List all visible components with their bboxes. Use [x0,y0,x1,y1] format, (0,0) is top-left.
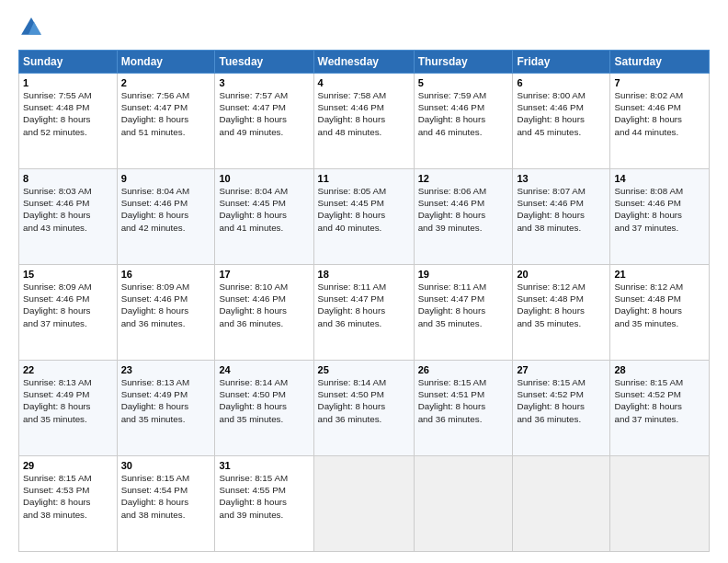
day-number: 29 [23,460,113,471]
day-number: 15 [23,269,113,280]
day-info: Sunrise: 8:08 AM Sunset: 4:46 PM Dayligh… [614,185,705,234]
day-info: Sunrise: 8:15 AM Sunset: 4:53 PM Dayligh… [23,472,113,521]
calendar-cell: 1Sunrise: 7:55 AM Sunset: 4:48 PM Daylig… [19,74,118,169]
calendar-header-tuesday: Tuesday [215,51,313,74]
day-number: 12 [418,173,509,184]
calendar-cell: 8Sunrise: 8:03 AM Sunset: 4:46 PM Daylig… [19,169,118,265]
day-number: 23 [121,364,211,375]
calendar-header-monday: Monday [117,51,215,74]
day-number: 11 [318,173,410,184]
day-info: Sunrise: 8:15 AM Sunset: 4:55 PM Dayligh… [219,472,309,521]
calendar-cell: 29Sunrise: 8:15 AM Sunset: 4:53 PM Dayli… [19,456,118,552]
day-info: Sunrise: 8:03 AM Sunset: 4:46 PM Dayligh… [23,185,113,234]
day-info: Sunrise: 8:12 AM Sunset: 4:48 PM Dayligh… [517,281,606,329]
day-info: Sunrise: 7:56 AM Sunset: 4:47 PM Dayligh… [121,89,211,138]
calendar-week-5: 29Sunrise: 8:15 AM Sunset: 4:53 PM Dayli… [19,456,710,552]
day-info: Sunrise: 8:04 AM Sunset: 4:45 PM Dayligh… [219,185,309,234]
day-info: Sunrise: 8:13 AM Sunset: 4:49 PM Dayligh… [121,376,211,425]
day-number: 18 [318,269,410,280]
calendar-cell: 11Sunrise: 8:05 AM Sunset: 4:45 PM Dayli… [313,169,414,265]
calendar-cell: 23Sunrise: 8:13 AM Sunset: 4:49 PM Dayli… [117,361,215,456]
day-info: Sunrise: 8:09 AM Sunset: 4:46 PM Dayligh… [23,281,113,329]
calendar-cell: 27Sunrise: 8:15 AM Sunset: 4:52 PM Dayli… [513,361,610,456]
calendar-cell: 24Sunrise: 8:14 AM Sunset: 4:50 PM Dayli… [215,361,313,456]
day-info: Sunrise: 8:14 AM Sunset: 4:50 PM Dayligh… [318,376,410,425]
day-info: Sunrise: 7:57 AM Sunset: 4:47 PM Dayligh… [219,89,309,138]
calendar-cell: 6Sunrise: 8:00 AM Sunset: 4:46 PM Daylig… [513,74,610,169]
calendar-cell: 25Sunrise: 8:14 AM Sunset: 4:50 PM Dayli… [313,361,414,456]
day-number: 28 [614,364,705,375]
calendar-cell: 22Sunrise: 8:13 AM Sunset: 4:49 PM Dayli… [19,361,118,456]
day-info: Sunrise: 7:59 AM Sunset: 4:46 PM Dayligh… [418,89,509,138]
calendar-cell: 10Sunrise: 8:04 AM Sunset: 4:45 PM Dayli… [215,169,313,265]
day-info: Sunrise: 8:06 AM Sunset: 4:46 PM Dayligh… [418,185,509,234]
day-info: Sunrise: 8:15 AM Sunset: 4:52 PM Dayligh… [614,376,705,425]
calendar-week-2: 8Sunrise: 8:03 AM Sunset: 4:46 PM Daylig… [19,169,710,265]
calendar-cell: 5Sunrise: 7:59 AM Sunset: 4:46 PM Daylig… [414,74,513,169]
day-info: Sunrise: 8:15 AM Sunset: 4:54 PM Dayligh… [121,472,211,521]
day-number: 10 [219,173,309,184]
calendar-cell: 30Sunrise: 8:15 AM Sunset: 4:54 PM Dayli… [117,456,215,552]
day-number: 2 [121,77,211,88]
day-number: 7 [614,77,705,88]
calendar-cell: 7Sunrise: 8:02 AM Sunset: 4:46 PM Daylig… [610,74,710,169]
calendar-cell: 14Sunrise: 8:08 AM Sunset: 4:46 PM Dayli… [610,169,710,265]
day-number: 9 [121,173,211,184]
calendar-cell [414,456,513,552]
calendar-cell: 28Sunrise: 8:15 AM Sunset: 4:52 PM Dayli… [610,361,710,456]
day-number: 22 [23,364,113,375]
day-info: Sunrise: 8:07 AM Sunset: 4:46 PM Dayligh… [517,185,606,234]
day-info: Sunrise: 8:04 AM Sunset: 4:46 PM Dayligh… [121,185,211,234]
calendar-cell: 2Sunrise: 7:56 AM Sunset: 4:47 PM Daylig… [117,74,215,169]
day-number: 5 [418,77,509,88]
calendar-cell: 15Sunrise: 8:09 AM Sunset: 4:46 PM Dayli… [19,265,118,361]
day-number: 19 [418,269,509,280]
calendar-header-thursday: Thursday [414,51,513,74]
day-info: Sunrise: 8:11 AM Sunset: 4:47 PM Dayligh… [318,281,410,329]
day-info: Sunrise: 8:14 AM Sunset: 4:50 PM Dayligh… [219,376,309,425]
calendar-body: 1Sunrise: 7:55 AM Sunset: 4:48 PM Daylig… [19,74,710,552]
calendar-week-3: 15Sunrise: 8:09 AM Sunset: 4:46 PM Dayli… [19,265,710,361]
header [18,15,710,40]
day-number: 17 [219,269,309,280]
calendar-week-1: 1Sunrise: 7:55 AM Sunset: 4:48 PM Daylig… [19,74,710,169]
calendar-cell: 17Sunrise: 8:10 AM Sunset: 4:46 PM Dayli… [215,265,313,361]
calendar-cell: 21Sunrise: 8:12 AM Sunset: 4:48 PM Dayli… [610,265,710,361]
day-info: Sunrise: 8:13 AM Sunset: 4:49 PM Dayligh… [23,376,113,425]
day-info: Sunrise: 8:10 AM Sunset: 4:46 PM Dayligh… [219,281,309,329]
day-number: 26 [418,364,509,375]
calendar-header-saturday: Saturday [610,51,710,74]
day-number: 31 [219,460,309,471]
day-number: 8 [23,173,113,184]
calendar-cell [610,456,710,552]
day-number: 16 [121,269,211,280]
day-info: Sunrise: 8:00 AM Sunset: 4:46 PM Dayligh… [517,89,606,138]
day-info: Sunrise: 8:11 AM Sunset: 4:47 PM Dayligh… [418,281,509,329]
day-number: 14 [614,173,705,184]
calendar-cell: 3Sunrise: 7:57 AM Sunset: 4:47 PM Daylig… [215,74,313,169]
logo [18,15,48,40]
calendar-cell: 20Sunrise: 8:12 AM Sunset: 4:48 PM Dayli… [513,265,610,361]
calendar-cell: 12Sunrise: 8:06 AM Sunset: 4:46 PM Dayli… [414,169,513,265]
logo-icon [18,15,44,40]
calendar-header-wednesday: Wednesday [313,51,414,74]
calendar-cell: 26Sunrise: 8:15 AM Sunset: 4:51 PM Dayli… [414,361,513,456]
day-number: 20 [517,269,606,280]
day-number: 24 [219,364,309,375]
calendar-cell: 18Sunrise: 8:11 AM Sunset: 4:47 PM Dayli… [313,265,414,361]
calendar-cell: 31Sunrise: 8:15 AM Sunset: 4:55 PM Dayli… [215,456,313,552]
calendar-header-row: SundayMondayTuesdayWednesdayThursdayFrid… [19,51,710,74]
day-number: 3 [219,77,309,88]
calendar-cell: 9Sunrise: 8:04 AM Sunset: 4:46 PM Daylig… [117,169,215,265]
calendar-cell [313,456,414,552]
day-number: 6 [517,77,606,88]
calendar-header-sunday: Sunday [19,51,118,74]
day-number: 1 [23,77,113,88]
day-info: Sunrise: 8:05 AM Sunset: 4:45 PM Dayligh… [318,185,410,234]
calendar-cell [513,456,610,552]
day-number: 30 [121,460,211,471]
calendar-week-4: 22Sunrise: 8:13 AM Sunset: 4:49 PM Dayli… [19,361,710,456]
calendar-header-friday: Friday [513,51,610,74]
day-number: 21 [614,269,705,280]
calendar-cell: 16Sunrise: 8:09 AM Sunset: 4:46 PM Dayli… [117,265,215,361]
